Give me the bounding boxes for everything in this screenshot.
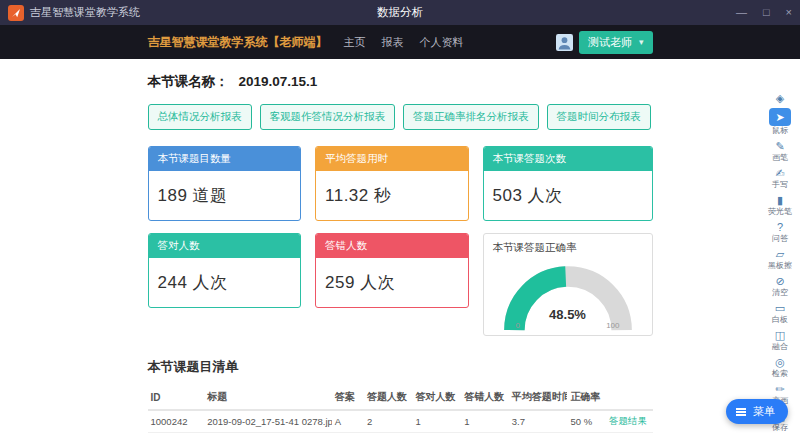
tool-label: 检索 <box>772 369 788 379</box>
tool-label: 黑板擦 <box>768 261 792 271</box>
stat-card: 平均答题用时 11.32 秒 <box>315 146 469 221</box>
table-header-cell: 答错人数 <box>461 385 509 410</box>
report-button[interactable]: 答题时间分布报表 <box>547 104 651 130</box>
stat-card-title: 答错人数 <box>316 234 468 258</box>
gauge-max-label: 100 <box>606 321 619 330</box>
app-window: 吉星智慧课堂教学系统 数据分析 — □ × 吉星智慧课堂教学系统【老师端】 主页… <box>0 0 800 433</box>
stat-card-title: 平均答题用时 <box>316 147 468 171</box>
app-logo-icon <box>8 5 24 21</box>
cell-avg-time: 3.7 <box>509 410 568 433</box>
questions-table: ID 标题 答案 答题人数 答对人数 答错人数 平均答题时间 <box>148 385 653 433</box>
user-avatar[interactable] <box>556 34 573 51</box>
menu-button[interactable]: 菜单 <box>726 399 788 424</box>
nav-menu-item[interactable]: 报表 <box>382 35 404 50</box>
cell-title: 2019-09-02_17-51-41 0278.jpg <box>204 410 332 433</box>
toolbar-item[interactable]: ◈ <box>764 90 796 106</box>
stat-card: 本节课答题次数 503 人次 <box>483 146 653 221</box>
table-header-cell <box>606 385 653 410</box>
gauge-card: 本节课答题正确率 48.5% 0 100 <box>483 233 653 336</box>
stat-card-title: 本节课题目数量 <box>149 147 301 171</box>
report-buttons-row: 总体情况分析报表 客观题作答情况分析报表 答题正确率排名分析报表 答题时间分布报… <box>148 104 653 130</box>
stat-card: 答错人数 259 人次 <box>315 233 469 308</box>
tool-label: 画笔 <box>772 153 788 163</box>
cell-answer: A <box>332 410 364 433</box>
nav-menu-item[interactable]: 个人资料 <box>420 35 464 50</box>
table-header-cell: 平均答题时间 <box>509 385 568 410</box>
pin-icon: ◈ <box>776 91 784 105</box>
tool-label: 手写 <box>772 180 788 190</box>
cell-id: 1000242 <box>148 410 205 433</box>
table-header-cell: 标题 <box>204 385 332 410</box>
main-content: 本节课名称： 2019.07.15.1 总体情况分析报表 客观题作答情况分析报表… <box>0 59 800 433</box>
gauge-title: 本节课答题正确率 <box>493 241 643 255</box>
eraser-icon: ▱ <box>776 247 784 261</box>
table-header-cell: 正确率 <box>567 385 605 410</box>
minimize-button[interactable]: — <box>736 0 747 25</box>
toolbar-item[interactable]: ▭ 白板 <box>764 300 796 326</box>
chevron-down-icon: ▾ <box>639 37 644 47</box>
close-button[interactable]: × <box>786 0 792 25</box>
tool-label: 鼠标 <box>772 126 788 136</box>
report-button[interactable]: 客观题作答情况分析报表 <box>260 104 396 130</box>
pen-icon: ✎ <box>775 139 784 153</box>
merge-icon: ◫ <box>775 328 785 342</box>
cursor-icon: ➤ <box>769 108 790 126</box>
brand-title[interactable]: 吉星智慧课堂教学系统【老师端】 <box>148 34 328 51</box>
stat-card-title: 本节课答题次数 <box>484 147 652 171</box>
table-row: 1000242 2019-09-02_17-51-41 0278.jpg A 2… <box>148 410 653 433</box>
answer-result-link[interactable]: 答题结果 <box>609 415 647 426</box>
lesson-name-label: 本节课名称： <box>148 73 229 91</box>
draw-icon: ✏ <box>775 382 784 396</box>
report-button[interactable]: 答题正确率排名分析报表 <box>403 104 539 130</box>
cell-wrong: 1 <box>461 410 509 433</box>
cell-correct: 1 <box>413 410 462 433</box>
gauge-min-label: 0 <box>516 321 520 330</box>
table-header-cell: 答对人数 <box>413 385 462 410</box>
cell-rate: 50 % <box>567 410 605 433</box>
navbar: 吉星智慧课堂教学系统【老师端】 主页 报表 个人资料 测试老师 ▾ <box>0 25 800 59</box>
window-titlebar: 吉星智慧课堂教学系统 数据分析 — □ × <box>0 0 800 25</box>
tool-label: 保存 <box>772 423 788 433</box>
table-header-cell: ID <box>148 385 205 410</box>
search-icon: ◎ <box>775 355 785 369</box>
lesson-title-row: 本节课名称： 2019.07.15.1 <box>148 73 653 91</box>
handwriting-icon: ✍ <box>775 166 784 180</box>
stat-card-value: 259 人次 <box>316 258 468 307</box>
toolbar-item[interactable]: ◎ 检索 <box>764 354 796 380</box>
toolbar-item[interactable]: ⊘ 清空 <box>764 273 796 299</box>
maximize-button[interactable]: □ <box>763 0 770 25</box>
hamburger-icon <box>736 411 746 413</box>
cell-total: 2 <box>364 410 413 433</box>
clear-icon: ⊘ <box>775 274 784 288</box>
stat-card-value: 503 人次 <box>484 171 652 220</box>
tool-label: 融合 <box>772 342 788 352</box>
toolbar-item[interactable]: ✎ 画笔 <box>764 138 796 164</box>
stat-cards-grid: 本节课题目数量 189 道题 平均答题用时 11.32 秒 本节课答题次数 50… <box>148 146 653 336</box>
stat-card-value: 189 道题 <box>149 171 301 220</box>
table-header-cell: 答案 <box>332 385 364 410</box>
table-header-cell: 答题人数 <box>364 385 413 410</box>
right-toolbar: ◈ ➤ 鼠标 ✎ 画笔 ✍ 手写 ▮ 荧光笔 ? <box>762 90 798 433</box>
stat-card: 本节课题目数量 189 道题 <box>148 146 302 221</box>
nav-menu-item[interactable]: 主页 <box>344 35 366 50</box>
toolbar-item[interactable]: ✍ 手写 <box>764 165 796 191</box>
stat-card-value: 11.32 秒 <box>316 171 468 220</box>
stat-card-value: 244 人次 <box>149 258 301 307</box>
question-icon: ? <box>777 220 783 234</box>
tool-label: 问答 <box>772 234 788 244</box>
tool-label: 白板 <box>772 315 788 325</box>
tool-label: 清空 <box>772 288 788 298</box>
toolbar-item[interactable]: ▮ 荧光笔 <box>764 192 796 218</box>
user-menu-button[interactable]: 测试老师 ▾ <box>579 31 653 54</box>
tool-label: 荧光笔 <box>768 207 792 217</box>
gauge-scale: 0 100 <box>516 321 620 330</box>
toolbar-item[interactable]: ◫ 融合 <box>764 327 796 353</box>
table-header-row: ID 标题 答案 答题人数 答对人数 答错人数 平均答题时间 <box>148 385 653 410</box>
whiteboard-icon: ▭ <box>775 301 785 315</box>
toolbar-item[interactable]: ? 问答 <box>764 219 796 245</box>
gauge-value: 48.5% <box>484 307 652 322</box>
toolbar-item[interactable]: ➤ 鼠标 <box>764 107 796 137</box>
toolbar-item[interactable]: ▱ 黑板擦 <box>764 246 796 272</box>
report-button[interactable]: 总体情况分析报表 <box>148 104 252 130</box>
user-name: 测试老师 <box>588 35 632 50</box>
